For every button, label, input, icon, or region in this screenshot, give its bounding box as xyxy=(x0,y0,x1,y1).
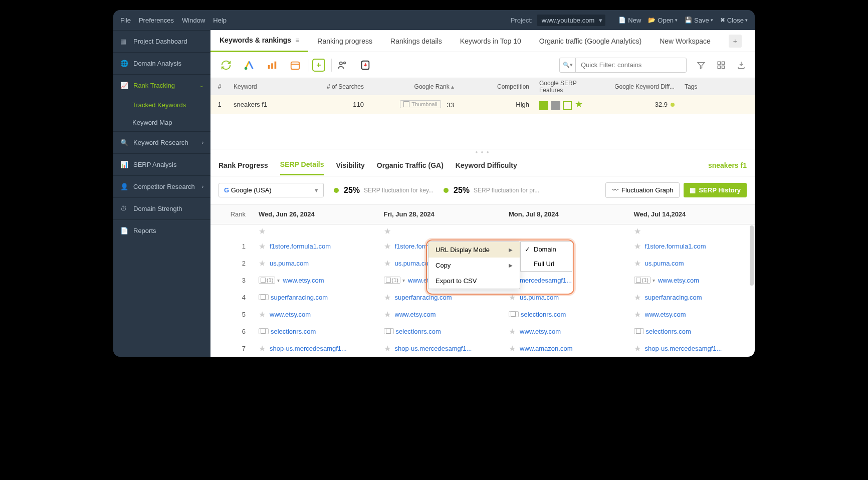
tab-new-workspace[interactable]: New Workspace xyxy=(650,30,720,52)
star-icon[interactable]: ★ xyxy=(384,226,391,236)
tab-rankings-details[interactable]: Rankings details xyxy=(381,30,451,52)
calendar-icon[interactable] xyxy=(288,58,303,73)
quick-filter-input[interactable] xyxy=(576,61,686,69)
serp-url-link[interactable]: selectionrs.com xyxy=(521,311,566,318)
open-button[interactable]: 📂Open▾ xyxy=(648,17,678,24)
filter-icon[interactable] xyxy=(696,60,707,71)
chevron-down-icon[interactable]: ▾ xyxy=(653,278,655,283)
star-icon[interactable]: ★ xyxy=(259,259,266,268)
star-icon[interactable]: ★ xyxy=(634,293,641,302)
serp-url-link[interactable]: www.etsy.com xyxy=(658,277,699,284)
date-header-2[interactable]: Mon, Jul 8, 2024 xyxy=(505,210,630,218)
menu-help[interactable]: Help xyxy=(213,17,227,24)
col-tags[interactable]: Tags xyxy=(680,83,725,90)
add-workspace-button[interactable]: + xyxy=(720,30,751,52)
serp-url-link[interactable]: f1store.formula1.com xyxy=(645,243,706,250)
col-num[interactable]: # xyxy=(210,83,229,90)
search-dropdown-button[interactable]: 🔍▾ xyxy=(560,58,576,72)
star-icon[interactable]: ★ xyxy=(509,344,516,353)
star-icon[interactable]: ★ xyxy=(384,310,391,319)
ctx-export-csv[interactable]: Export to CSV xyxy=(428,273,520,289)
star-icon[interactable]: ★ xyxy=(634,226,641,236)
star-icon[interactable]: ★ xyxy=(634,259,641,268)
serp-url-link[interactable]: superfanracing.com xyxy=(645,294,702,301)
star-icon[interactable]: ★ xyxy=(259,310,266,319)
sidebar-item-rank-tracking[interactable]: 📈Rank Tracking⌄ xyxy=(113,74,210,96)
serp-url-link[interactable]: www.etsy.com xyxy=(520,328,561,335)
serp-url-link[interactable]: superfanracing.com xyxy=(271,294,328,301)
tab-keywords-top10[interactable]: Keywords in Top 10 xyxy=(451,30,530,52)
serp-url-link[interactable]: us.puma.com xyxy=(645,260,684,267)
col-keyword[interactable]: Keyword xyxy=(229,83,304,90)
pane-grip[interactable]: ● ● ● xyxy=(210,149,755,154)
col-google-rank[interactable]: Google Rank ▴ xyxy=(369,83,459,90)
save-button[interactable]: 💾Save▾ xyxy=(685,17,713,24)
search-engine-select[interactable]: G Google (USA) xyxy=(219,183,324,197)
star-icon[interactable]: ★ xyxy=(259,242,266,251)
date-header-3[interactable]: Wed, Jul 14,2024 xyxy=(630,210,755,218)
star-icon[interactable]: ★ xyxy=(259,226,266,236)
serp-url-link[interactable]: shop-us.mercedesamgf1... xyxy=(645,345,722,352)
menu-preferences[interactable]: Preferences xyxy=(139,17,174,24)
ctx-url-display-mode[interactable]: URL Display Mode▶ xyxy=(428,242,520,258)
serp-url-link[interactable]: www.etsy.com xyxy=(270,311,311,318)
add-keyword-button[interactable]: + xyxy=(312,59,325,72)
serp-url-link[interactable]: www.etsy.com xyxy=(395,311,436,318)
chevron-down-icon[interactable]: ▾ xyxy=(402,278,405,283)
project-select[interactable]: www.youtube.com xyxy=(537,15,606,26)
sidebar-item-reports[interactable]: 📄Reports xyxy=(113,219,210,242)
chevron-down-icon[interactable]: ▾ xyxy=(277,278,280,283)
serp-url-link[interactable]: www.etsy.com xyxy=(645,311,686,318)
ctx-sub-domain[interactable]: Domain xyxy=(521,242,572,257)
subtab-organic-traffic[interactable]: Organic Traffic (GA) xyxy=(377,156,444,175)
serp-url-link[interactable]: shop-us.mercedesamgf1... xyxy=(270,345,347,352)
star-icon[interactable]: ★ xyxy=(634,310,641,319)
serp-url-link[interactable]: selectionrs.com xyxy=(271,328,316,335)
hamburger-icon[interactable]: ≡ xyxy=(295,36,299,44)
star-icon[interactable]: ★ xyxy=(384,242,391,251)
star-icon[interactable]: ★ xyxy=(384,293,391,302)
col-searches[interactable]: # of Searches xyxy=(304,83,369,90)
serp-url-link[interactable]: f1store.formula1.com xyxy=(270,243,331,250)
ctx-copy[interactable]: Copy▶ xyxy=(428,258,520,273)
menu-file[interactable]: File xyxy=(120,17,131,24)
tab-organic-traffic[interactable]: Organic traffic (Google Analytics) xyxy=(530,30,650,52)
tab-ranking-progress[interactable]: Ranking progress xyxy=(308,30,381,52)
serp-url-link[interactable]: selectionrs.com xyxy=(396,328,441,335)
sidebar-item-keyword-research[interactable]: 🔍Keyword Research› xyxy=(113,131,210,153)
star-icon[interactable]: ★ xyxy=(384,344,391,353)
star-icon[interactable]: ★ xyxy=(634,344,641,353)
date-header-1[interactable]: Fri, Jun 28, 2024 xyxy=(380,210,505,218)
serp-url-link[interactable]: www.amazon.com xyxy=(520,345,572,352)
scrollbar[interactable] xyxy=(750,225,754,286)
col-competition[interactable]: Competition xyxy=(459,83,534,90)
new-button[interactable]: 📄New xyxy=(618,17,641,24)
google-ads-icon[interactable] xyxy=(242,58,257,73)
sidebar-sub-keyword-map[interactable]: Keyword Map xyxy=(113,114,210,131)
serp-url-link[interactable]: selectionrs.com xyxy=(646,328,691,335)
close-button[interactable]: ✖Close▾ xyxy=(720,17,748,24)
serp-url-link[interactable]: shop-us.mercedesamgf1... xyxy=(395,345,472,352)
col-keyword-difficulty[interactable]: Google Keyword Diff... xyxy=(604,83,680,90)
tab-keywords-rankings[interactable]: Keywords & rankings≡ xyxy=(210,30,308,52)
users-icon[interactable] xyxy=(335,58,350,73)
subtab-keyword-difficulty[interactable]: Keyword Difficulty xyxy=(456,156,517,175)
serp-history-button[interactable]: ▦SERP History xyxy=(684,183,747,197)
col-serp-features[interactable]: Google SERP Features xyxy=(534,80,604,94)
data-icon[interactable] xyxy=(265,58,280,73)
keyword-row[interactable]: 1 sneakers f1 110 Thumbnail33 High ★ 32.… xyxy=(210,95,755,114)
download-icon[interactable] xyxy=(358,58,373,73)
serp-url-link[interactable]: us.puma.com xyxy=(270,260,309,267)
star-icon[interactable]: ★ xyxy=(634,242,641,251)
grid-icon[interactable] xyxy=(716,60,727,71)
star-icon[interactable]: ★ xyxy=(509,327,516,336)
refresh-icon[interactable] xyxy=(219,58,234,73)
sidebar-sub-tracked-keywords[interactable]: Tracked Keywords xyxy=(113,96,210,114)
sidebar-item-domain-analysis[interactable]: 🌐Domain Analysis xyxy=(113,52,210,74)
ctx-sub-full-url[interactable]: Full Url xyxy=(521,257,572,271)
export-icon[interactable] xyxy=(736,60,747,71)
menu-window[interactable]: Window xyxy=(182,17,205,24)
sidebar-item-domain-strength[interactable]: ⏱Domain Strength xyxy=(113,197,210,219)
subtab-visibility[interactable]: Visibility xyxy=(336,156,365,175)
star-icon[interactable]: ★ xyxy=(384,259,391,268)
